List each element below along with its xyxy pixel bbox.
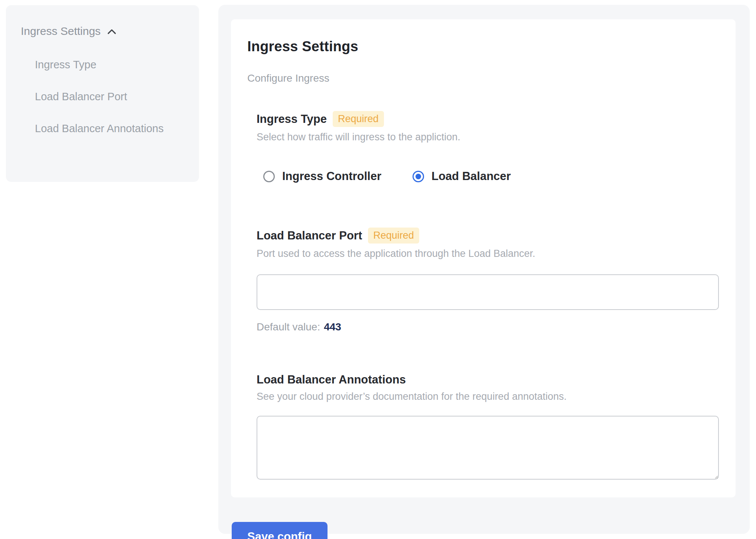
lb-annotations-help: See your cloud provider’s documentation …	[257, 391, 719, 402]
save-config-button[interactable]: Save config	[232, 522, 328, 539]
radio-ingress-controller-label: Ingress Controller	[282, 170, 381, 183]
main-panel: Ingress Settings Configure Ingress Ingre…	[218, 5, 750, 534]
page-subtitle: Configure Ingress	[247, 72, 719, 84]
default-value: 443	[324, 321, 341, 333]
lb-port-help: Port used to access the application thro…	[257, 248, 719, 259]
section-ingress-type: Ingress Type Required Select how traffic…	[257, 111, 719, 183]
sidebar-item-load-balancer-annotations[interactable]: Load Balancer Annotations	[35, 117, 165, 140]
sidebar-item-ingress-type[interactable]: Ingress Type	[35, 53, 165, 76]
lb-port-default-line: Default value:443	[257, 321, 719, 333]
lb-port-input[interactable]	[257, 274, 719, 310]
sidebar-group-ingress-settings[interactable]: Ingress Settings	[21, 24, 184, 38]
chevron-up-icon	[106, 26, 118, 38]
lb-annotations-label: Load Balancer Annotations	[257, 373, 406, 386]
ingress-type-radio-group: Ingress Controller Load Balancer	[257, 170, 719, 183]
default-value-label: Default value:	[257, 321, 320, 333]
sidebar-item-load-balancer-port[interactable]: Load Balancer Port	[35, 85, 165, 108]
radio-circle-icon[interactable]	[413, 171, 424, 182]
radio-load-balancer-label: Load Balancer	[431, 170, 511, 183]
sidebar-item-list: Ingress Type Load Balancer Port Load Bal…	[21, 53, 184, 140]
radio-ingress-controller[interactable]: Ingress Controller	[263, 170, 381, 183]
lb-annotations-textarea[interactable]	[257, 416, 719, 480]
ingress-type-label: Ingress Type	[257, 112, 327, 126]
radio-load-balancer[interactable]: Load Balancer	[413, 170, 511, 183]
required-badge: Required	[333, 111, 384, 127]
ingress-type-help: Select how traffic will ingress to the a…	[257, 131, 719, 143]
lb-port-label: Load Balancer Port	[257, 229, 362, 242]
section-load-balancer-port: Load Balancer Port Required Port used to…	[257, 228, 719, 333]
radio-circle-icon[interactable]	[263, 171, 275, 182]
page-title: Ingress Settings	[247, 39, 719, 55]
section-load-balancer-annotations: Load Balancer Annotations See your cloud…	[257, 373, 719, 480]
settings-sidebar: Ingress Settings Ingress Type Load Balan…	[6, 5, 199, 182]
sidebar-group-label: Ingress Settings	[21, 25, 101, 37]
required-badge: Required	[368, 228, 419, 244]
ingress-settings-card: Ingress Settings Configure Ingress Ingre…	[231, 19, 736, 497]
